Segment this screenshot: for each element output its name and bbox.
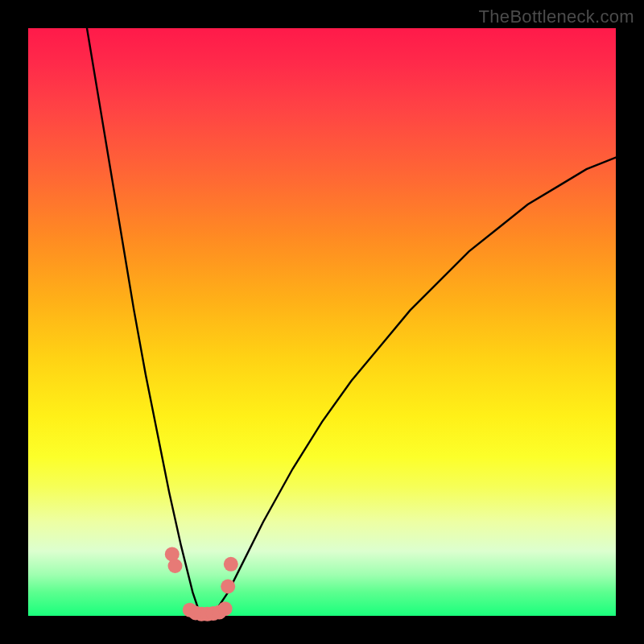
marker-dot <box>168 559 183 573</box>
plot-area <box>28 28 616 616</box>
chart-frame: TheBottleneck.com <box>0 0 644 644</box>
marker-dot <box>218 601 233 616</box>
marker-dot <box>221 580 235 594</box>
curve-path <box>87 28 616 616</box>
marker-dot <box>224 557 238 572</box>
marker-group <box>165 547 238 621</box>
watermark-text: TheBottleneck.com <box>479 6 634 27</box>
chart-svg <box>28 28 616 616</box>
